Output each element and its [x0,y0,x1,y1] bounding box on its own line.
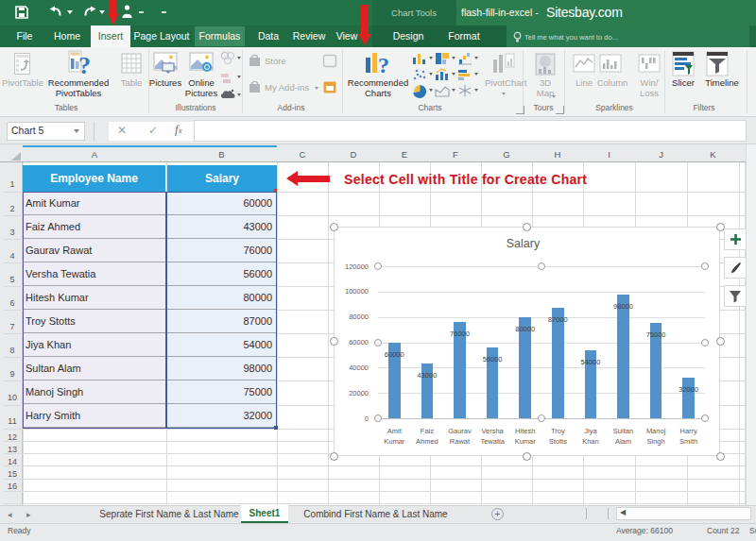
svg-text:?: ? [78,52,91,77]
svg-text:?: ? [378,53,389,76]
